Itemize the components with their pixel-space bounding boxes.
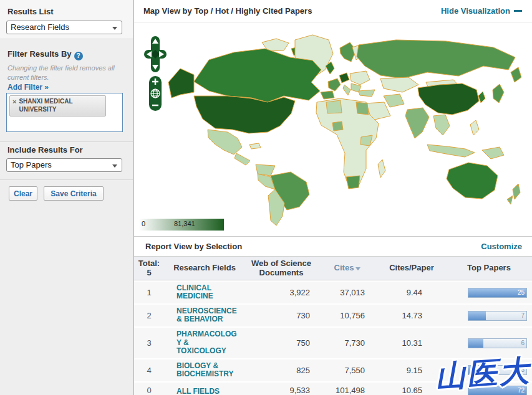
country-japan bbox=[493, 84, 504, 103]
top-papers-value: 6 bbox=[521, 340, 525, 346]
cites-value: 37,013 bbox=[317, 288, 377, 297]
collapse-minus-icon bbox=[514, 10, 522, 12]
wos-documents-value: 750 bbox=[245, 338, 317, 348]
active-filters-box: × SHANXI MEDICAL UNIVERSITY bbox=[6, 93, 123, 132]
country-russia bbox=[357, 40, 515, 79]
customize-link[interactable]: Customize bbox=[481, 242, 522, 251]
world-map-visualization[interactable]: 0 81,341 bbox=[134, 22, 532, 237]
cites-per-paper-value: 9.44 bbox=[377, 288, 446, 297]
cites-value: 10,756 bbox=[317, 311, 377, 320]
add-filter-link[interactable]: Add Filter » bbox=[7, 83, 49, 92]
cites-per-paper-value: 10.31 bbox=[377, 338, 446, 348]
help-icon[interactable]: ? bbox=[74, 52, 83, 60]
sort-desc-icon bbox=[355, 267, 360, 270]
column-header-top-papers[interactable]: Top Papers bbox=[446, 264, 532, 273]
table-row: 0 ALL FIELDS 9,533 101,498 10.65 72 bbox=[134, 383, 532, 395]
country-australia bbox=[447, 163, 498, 199]
top-papers-bar: 3 bbox=[468, 365, 527, 375]
column-header-total: Total: 5 bbox=[134, 259, 164, 278]
filter-chip: × SHANXI MEDICAL UNIVERSITY bbox=[9, 95, 106, 117]
row-rank: 2 bbox=[134, 311, 164, 320]
top-papers-bar: 7 bbox=[468, 311, 527, 321]
top-papers-value: 25 bbox=[518, 289, 525, 296]
table-row: 2 NEUROSCIENCE & BEHAVIOR 730 10,756 14.… bbox=[134, 305, 532, 326]
row-rank: 1 bbox=[134, 288, 164, 297]
cites-value: 7,550 bbox=[317, 366, 377, 375]
report-header: Report View by Selection Customize bbox=[134, 237, 532, 256]
table-header-row: Total: 5 Research Fields Web of Science … bbox=[134, 256, 532, 280]
save-criteria-button[interactable]: Save Criteria bbox=[44, 186, 104, 201]
sidebar-divider bbox=[0, 141, 133, 142]
country-south-africa bbox=[346, 176, 360, 189]
table-row: 3 PHARMACOLOGY & TOXICOLOGY 750 7,730 10… bbox=[134, 328, 532, 358]
sidebar-divider bbox=[0, 179, 133, 180]
chevron-down-icon bbox=[112, 164, 117, 168]
wos-documents-value: 730 bbox=[245, 311, 317, 320]
map-header: Map View by Top / Hot / Highly Cited Pap… bbox=[134, 0, 532, 22]
top-papers-value: 3 bbox=[521, 366, 525, 373]
top-papers-bar-fill bbox=[468, 366, 477, 374]
country-egypt bbox=[356, 102, 369, 115]
filter-sidebar: Results List Research Fields Filter Resu… bbox=[0, 0, 134, 395]
results-list-label: Results List bbox=[7, 7, 54, 16]
research-field-link[interactable]: PHARMACOLOGY & TOXICOLOGY bbox=[177, 330, 238, 355]
cites-value: 101,498 bbox=[317, 386, 377, 395]
top-papers-bar-fill bbox=[468, 312, 486, 320]
research-field-link[interactable]: CLINICAL MEDICINE bbox=[177, 284, 238, 300]
cites-per-paper-value: 9.15 bbox=[377, 366, 446, 375]
row-rank: 3 bbox=[134, 338, 164, 348]
wos-documents-value: 9,533 bbox=[245, 386, 317, 395]
filter-chip-label: SHANXI MEDICAL UNIVERSITY bbox=[19, 98, 102, 113]
report-rows: 1 CLINICAL MEDICINE 3,922 37,013 9.44 25… bbox=[134, 282, 532, 395]
cites-per-paper-value: 10.65 bbox=[377, 386, 446, 395]
include-results-selected-value: Top Papers bbox=[11, 160, 52, 169]
top-papers-bar: 6 bbox=[468, 338, 527, 348]
choropleth-world-map bbox=[134, 22, 532, 237]
column-header-research-fields[interactable]: Research Fields bbox=[164, 264, 245, 273]
map-color-legend: 0 81,341 bbox=[139, 219, 224, 231]
wos-documents-value: 825 bbox=[245, 366, 317, 375]
chevron-down-icon bbox=[112, 27, 117, 30]
top-papers-value: 72 bbox=[518, 387, 525, 394]
clear-button[interactable]: Clear bbox=[9, 186, 37, 201]
hide-visualization-link[interactable]: Hide Visualization bbox=[441, 6, 522, 16]
filter-results-heading: Filter Results By? bbox=[7, 49, 83, 60]
column-header-cites-per-paper[interactable]: Cites/Paper bbox=[377, 264, 446, 273]
main-panel: Map View by Top / Hot / Highly Cited Pap… bbox=[134, 0, 532, 395]
country-usa bbox=[194, 96, 295, 133]
research-field-link[interactable]: NEUROSCIENCE & BEHAVIOR bbox=[177, 307, 238, 323]
top-papers-bar: 25 bbox=[468, 288, 527, 298]
map-navigation-controls bbox=[144, 36, 167, 111]
country-germany bbox=[339, 73, 349, 83]
report-view-title: Report View by Selection bbox=[145, 242, 242, 251]
pan-control[interactable] bbox=[144, 36, 167, 72]
filter-note: Changing the filter field removes all cu… bbox=[7, 64, 127, 82]
table-row: 4 BIOLOGY & BIOCHEMISTRY 825 7,550 9.15 … bbox=[134, 359, 532, 381]
cites-per-paper-value: 14.73 bbox=[377, 311, 446, 320]
include-results-label: Include Results For bbox=[7, 145, 83, 155]
results-list-select[interactable]: Research Fields bbox=[6, 21, 122, 34]
research-field-link[interactable]: BIOLOGY & BIOCHEMISTRY bbox=[177, 362, 238, 378]
row-rank: 4 bbox=[134, 366, 164, 375]
table-row: 1 CLINICAL MEDICINE 3,922 37,013 9.44 25 bbox=[134, 282, 532, 303]
cites-value: 7,730 bbox=[317, 338, 377, 348]
legend-min-value: 0 bbox=[142, 220, 145, 227]
zoom-control[interactable] bbox=[149, 76, 162, 111]
results-list-selected-value: Research Fields bbox=[11, 22, 69, 32]
research-field-link[interactable]: ALL FIELDS bbox=[177, 388, 238, 395]
total-count: 5 bbox=[134, 269, 164, 278]
column-header-cites-sorted[interactable]: Cites bbox=[317, 264, 377, 273]
remove-filter-icon[interactable]: × bbox=[12, 98, 16, 113]
country-india bbox=[405, 108, 429, 138]
country-china bbox=[418, 83, 479, 115]
top-papers-value: 7 bbox=[521, 312, 525, 319]
include-results-select[interactable]: Top Papers bbox=[6, 158, 122, 172]
column-header-wos-documents[interactable]: Web of Science Documents bbox=[245, 259, 317, 278]
top-papers-bar: 72 bbox=[468, 386, 527, 395]
map-view-title: Map View by Top / Hot / Highly Cited Pap… bbox=[143, 6, 312, 16]
wos-documents-value: 3,922 bbox=[245, 288, 317, 297]
row-rank: 0 bbox=[134, 386, 164, 395]
legend-max-value: 81,341 bbox=[174, 220, 195, 227]
top-papers-bar-fill bbox=[468, 339, 483, 348]
